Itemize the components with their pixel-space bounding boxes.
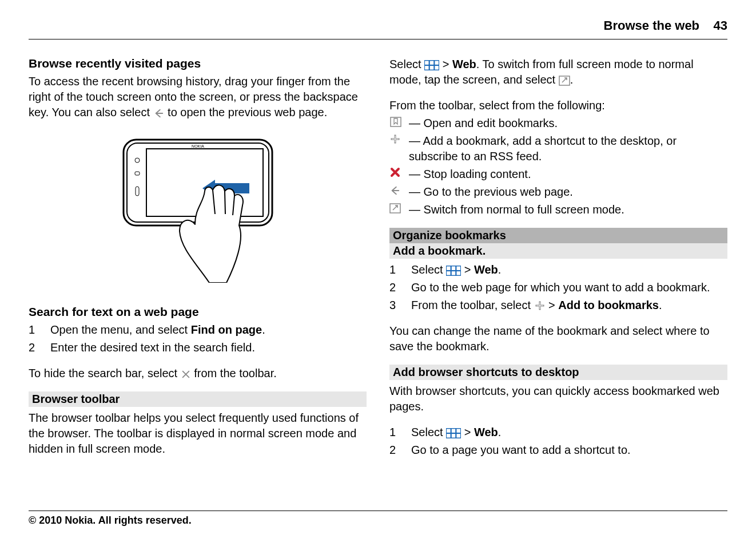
header-page-number: 43	[714, 18, 727, 33]
back-arrow-icon	[153, 108, 165, 118]
shortcuts-steps: 1Select > Web. 2Go to a page you want to…	[389, 425, 727, 458]
list-item: 1Open the menu, and select Find on page.	[29, 322, 367, 338]
list-item: — Go to the previous web page.	[389, 184, 727, 200]
list-item: — Switch from normal to full screen mode…	[389, 202, 727, 217]
list-item: 2Go to a page you want to add a shortcut…	[389, 442, 727, 458]
page-header: Browse the web 43	[29, 0, 727, 39]
stop-x-icon	[389, 167, 401, 178]
section-add-bookmark-heading: Add a bookmark.	[389, 243, 727, 259]
bookmarks-icon	[389, 117, 402, 127]
apps-grid-icon	[424, 60, 439, 70]
web-link: Web	[452, 58, 476, 70]
list-item: 2Go to the web page for which you want t…	[389, 280, 727, 295]
hide-search-bar-text: To hide the search bar, select from the …	[29, 366, 367, 381]
back-arrow-icon	[389, 185, 401, 196]
list-item: — Open and edit bookmarks.	[389, 116, 727, 131]
toolbar-intro: From the toolbar, select from the follow…	[389, 98, 727, 113]
select-web-intro: Select > Web. To switch from full screen…	[389, 57, 727, 88]
list-item: 2Enter the desired text in the search fi…	[29, 340, 367, 355]
plus-icon	[389, 133, 401, 145]
fullscreen-icon	[559, 76, 570, 86]
close-icon	[181, 369, 191, 379]
plus-icon	[534, 300, 546, 311]
section-search-title: Search for text on a web page	[29, 305, 367, 319]
svg-text:NOKIA: NOKIA	[192, 144, 204, 148]
add-to-bookmarks-link: Add to bookmarks	[558, 299, 659, 311]
search-steps-list: 1Open the menu, and select Find on page.…	[29, 322, 367, 355]
swipe-gesture-illustration: NOKIA	[29, 134, 367, 286]
fullscreen-icon	[389, 203, 401, 213]
section-browse-recent-title: Browse recently visited pages	[29, 57, 367, 70]
find-on-page-link: Find on page	[191, 323, 262, 336]
list-item: — Add a bookmark, add a shortcut to the …	[389, 133, 727, 164]
right-column: Select > Web. To switch from full screen…	[389, 57, 727, 468]
section-browse-recent-body: To access the recent browsing history, d…	[29, 74, 367, 120]
apps-grid-icon	[446, 428, 461, 438]
left-column: Browse recently visited pages To access …	[29, 57, 367, 468]
toolbar-options-list: — Open and edit bookmarks. — Add a bookm…	[389, 116, 727, 217]
shortcuts-intro: With browser shortcuts, you can quickly …	[389, 383, 727, 414]
list-item: — Stop loading content.	[389, 167, 727, 182]
change-bookmark-name-text: You can change the name of the bookmark …	[389, 323, 727, 354]
list-item: 3From the toolbar, select > Add to bookm…	[389, 298, 727, 313]
section-organize-bookmarks-heading: Organize bookmarks	[389, 228, 727, 243]
add-bookmark-steps: 1Select > Web. 2Go to the web page for w…	[389, 262, 727, 313]
section-browser-toolbar-body: The browser toolbar helps you select fre…	[29, 410, 367, 457]
list-item: 1Select > Web.	[389, 262, 727, 278]
page-footer: © 2010 Nokia. All rights reserved.	[29, 511, 727, 527]
web-link: Web	[474, 263, 498, 276]
apps-grid-icon	[446, 266, 461, 276]
section-browser-toolbar-heading: Browser toolbar	[29, 391, 367, 407]
header-title: Browse the web	[604, 18, 699, 33]
list-item: 1Select > Web.	[389, 425, 727, 440]
web-link: Web	[474, 426, 498, 438]
section-shortcuts-heading: Add browser shortcuts to desktop	[389, 365, 727, 380]
